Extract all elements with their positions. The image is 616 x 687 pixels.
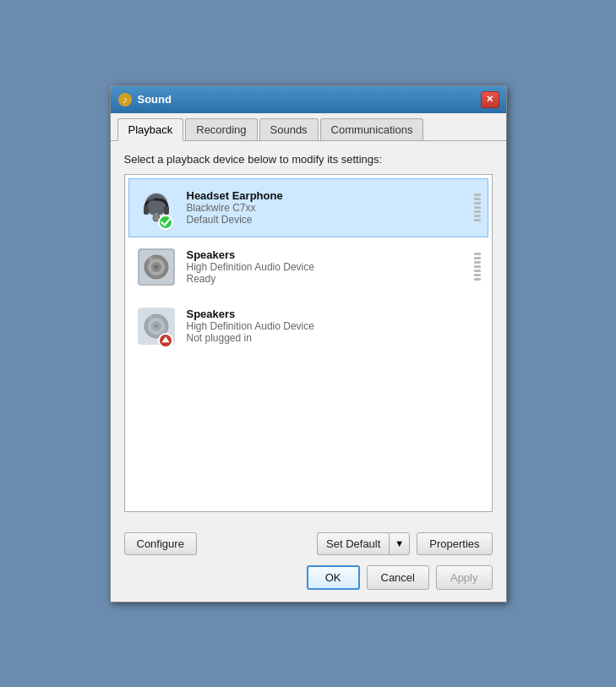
device-item-speakers1[interactable]: Speakers High Definition Audio Device Re…: [128, 237, 488, 297]
svg-rect-4: [144, 206, 149, 215]
speakers2-info: Speakers High Definition Audio Device No…: [187, 308, 482, 344]
set-default-group: Set Default ▼: [317, 532, 410, 555]
footer-buttons: OK Cancel Apply: [111, 555, 506, 602]
title-icon: ♪: [117, 92, 133, 107]
speakers2-icon-wrap: [134, 304, 178, 348]
action-buttons: Configure Set Default ▼ Properties: [111, 524, 506, 555]
properties-button[interactable]: Properties: [417, 532, 492, 555]
ok-button[interactable]: OK: [307, 565, 360, 590]
tab-sounds[interactable]: Sounds: [259, 118, 319, 140]
device-list: Headset Earphone Blackwire C7xx Default …: [124, 174, 493, 512]
speakers1-line2: Ready: [187, 273, 472, 285]
apply-button[interactable]: Apply: [436, 565, 493, 590]
scrollbar-speakers1: [472, 245, 482, 289]
description-text: Select a playback device below to modify…: [124, 153, 493, 166]
speakers1-icon: [134, 245, 178, 289]
headset-icon-wrap: [134, 186, 178, 230]
headset-status-badge: [158, 215, 173, 230]
headset-line1: Blackwire C7xx: [187, 202, 472, 214]
headset-name: Headset Earphone: [187, 189, 472, 202]
title-bar-left: ♪ Sound: [117, 92, 172, 107]
headset-info: Headset Earphone Blackwire C7xx Default …: [187, 189, 472, 226]
headset-line2: Default Device: [187, 214, 472, 226]
speakers2-name: Speakers: [187, 308, 482, 320]
configure-button[interactable]: Configure: [124, 532, 197, 555]
device-item-headset[interactable]: Headset Earphone Blackwire C7xx Default …: [128, 178, 488, 237]
speakers1-name: Speakers: [187, 248, 472, 261]
svg-marker-23: [161, 336, 169, 342]
speakers1-line1: High Definition Audio Device: [187, 261, 472, 273]
red-arrow-icon: [160, 319, 172, 363]
set-default-button[interactable]: Set Default: [317, 532, 389, 555]
speakers2-line1: High Definition Audio Device: [187, 320, 482, 332]
speakers2-line2: Not plugged in: [187, 332, 482, 344]
window-title: Sound: [138, 93, 172, 106]
speakers1-info: Speakers High Definition Audio Device Re…: [187, 248, 472, 285]
tab-content: Select a playback device below to modify…: [111, 141, 506, 524]
device-item-speakers2[interactable]: Speakers High Definition Audio Device No…: [128, 297, 488, 356]
set-default-dropdown[interactable]: ▼: [389, 532, 410, 555]
cancel-button[interactable]: Cancel: [367, 565, 429, 590]
scrollbar-headset: [472, 186, 482, 230]
tabs-bar: Playback Recording Sounds Communications: [111, 113, 506, 141]
svg-text:♪: ♪: [123, 95, 128, 105]
tab-playback[interactable]: Playback: [117, 118, 184, 141]
right-buttons: Set Default ▼ Properties: [317, 532, 492, 555]
svg-rect-7: [155, 213, 158, 220]
close-button[interactable]: ✕: [481, 91, 499, 108]
tab-communications[interactable]: Communications: [320, 118, 424, 140]
speakers2-status-badge: [158, 333, 173, 348]
speakers1-icon-wrap: [134, 245, 178, 289]
svg-point-14: [155, 265, 158, 269]
sound-dialog: ♪ Sound ✕ Playback Recording Sounds Comm…: [110, 85, 507, 602]
title-bar: ♪ Sound ✕: [111, 86, 506, 113]
svg-point-21: [155, 324, 158, 328]
tab-recording[interactable]: Recording: [185, 118, 257, 140]
